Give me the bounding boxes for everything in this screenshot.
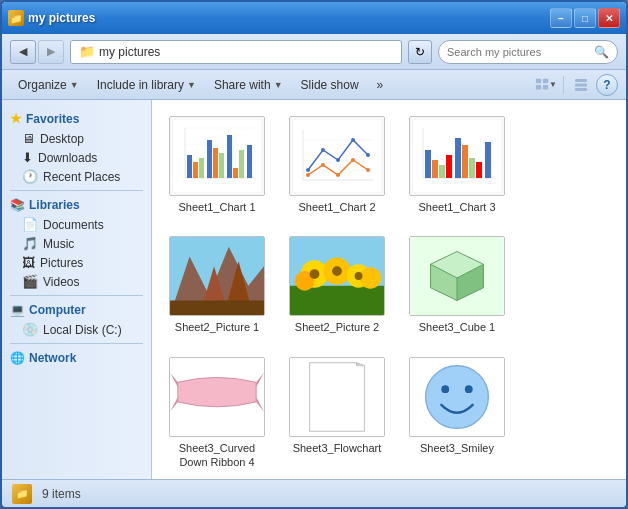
chart-bar-svg — [173, 120, 261, 192]
slideshow-button[interactable]: Slide show — [293, 74, 367, 96]
close-button[interactable]: ✕ — [598, 8, 620, 28]
share-chevron: ▼ — [274, 80, 283, 90]
more-button[interactable]: » — [369, 74, 392, 96]
include-button[interactable]: Include in library ▼ — [89, 74, 204, 96]
sidebar-item-documents[interactable]: 📄 Documents — [2, 215, 151, 234]
music-icon: 🎵 — [22, 236, 38, 251]
status-folder-icon: 📁 — [12, 484, 32, 504]
svg-rect-50 — [485, 142, 491, 178]
file-item-smiley[interactable]: Sheet3_Smiley — [402, 351, 512, 476]
svg-rect-2 — [536, 85, 541, 89]
network-header[interactable]: 🌐 Network — [2, 348, 151, 368]
svg-rect-16 — [207, 140, 212, 178]
file-item-chart2[interactable]: Sheet1_Chart 2 — [282, 110, 392, 220]
file-item-ribbon[interactable]: Sheet3_Curved Down Ribbon 4 — [162, 351, 272, 476]
svg-point-81 — [441, 385, 449, 393]
file-label-chart2: Sheet1_Chart 2 — [298, 200, 375, 214]
path-text: my pictures — [99, 45, 160, 59]
videos-icon: 🎬 — [22, 274, 38, 289]
svg-rect-4 — [575, 79, 587, 82]
minimize-button[interactable]: − — [550, 8, 572, 28]
svg-rect-22 — [247, 145, 252, 178]
file-label-chart1: Sheet1_Chart 1 — [178, 200, 255, 214]
svg-rect-15 — [199, 158, 204, 178]
libraries-header[interactable]: 📚 Libraries — [2, 195, 151, 215]
computer-section: 💻 Computer 💿 Local Disk (C:) — [2, 300, 151, 339]
path-bar[interactable]: 📁 my pictures — [70, 40, 402, 64]
svg-rect-49 — [476, 162, 482, 178]
sidebar-item-localdisk[interactable]: 💿 Local Disk (C:) — [2, 320, 151, 339]
sidebar-divider-3 — [10, 343, 143, 344]
svg-rect-47 — [462, 145, 468, 178]
svg-rect-45 — [446, 155, 452, 178]
share-button[interactable]: Share with ▼ — [206, 74, 291, 96]
svg-point-63 — [310, 269, 320, 279]
file-label-cube: Sheet3_Cube 1 — [419, 320, 495, 334]
include-chevron: ▼ — [187, 80, 196, 90]
chart-line-svg — [293, 120, 381, 192]
file-area[interactable]: Sheet1_Chart 1 — [152, 100, 626, 479]
refresh-button[interactable]: ↻ — [408, 40, 432, 64]
svg-rect-19 — [227, 135, 232, 178]
file-label-flowchart: Sheet3_Flowchart — [293, 441, 382, 455]
svg-rect-6 — [575, 88, 587, 91]
svg-point-62 — [360, 267, 382, 289]
view-dropdown-button[interactable]: ▼ — [534, 74, 558, 96]
organize-chevron: ▼ — [70, 80, 79, 90]
svg-rect-20 — [233, 168, 238, 178]
back-button[interactable]: ◀ — [10, 40, 36, 64]
file-label-pic2: Sheet2_Picture 2 — [295, 320, 379, 334]
sidebar-item-desktop[interactable]: 🖥 Desktop — [2, 129, 151, 148]
documents-icon: 📄 — [22, 217, 38, 232]
forward-button[interactable]: ▶ — [38, 40, 64, 64]
statusbar: 📁 9 items — [2, 479, 626, 507]
sidebar-item-pictures[interactable]: 🖼 Pictures — [2, 253, 151, 272]
svg-point-30 — [321, 148, 325, 152]
window-title: my pictures — [28, 11, 95, 25]
chart-col-svg — [413, 120, 501, 192]
search-bar[interactable]: 🔍 — [438, 40, 618, 64]
flowchart-svg — [290, 357, 384, 437]
file-item-chart3[interactable]: Sheet1_Chart 3 — [402, 110, 512, 220]
help-button[interactable]: ? — [596, 74, 618, 96]
sidebar-item-videos[interactable]: 🎬 Videos — [2, 272, 151, 291]
network-icon: 🌐 — [10, 351, 25, 365]
file-item-chart1[interactable]: Sheet1_Chart 1 — [162, 110, 272, 220]
svg-point-35 — [321, 163, 325, 167]
favorites-header[interactable]: ★ Favorites — [2, 108, 151, 129]
file-item-cube[interactable]: Sheet3_Cube 1 — [402, 230, 512, 340]
maximize-button[interactable]: □ — [574, 8, 596, 28]
sidebar-item-recent[interactable]: 🕐 Recent Places — [2, 167, 151, 186]
sidebar-item-music[interactable]: 🎵 Music — [2, 234, 151, 253]
file-item-pic2[interactable]: Sheet2_Picture 2 — [282, 230, 392, 340]
sidebar-divider-2 — [10, 295, 143, 296]
file-item-flowchart[interactable]: Sheet3_Flowchart — [282, 351, 392, 476]
path-folder-icon: 📁 — [79, 44, 95, 59]
svg-rect-21 — [239, 150, 244, 178]
svg-rect-42 — [425, 150, 431, 178]
file-item-pic1[interactable]: Sheet2_Picture 1 — [162, 230, 272, 340]
nav-buttons: ◀ ▶ — [10, 40, 64, 64]
sidebar-item-downloads[interactable]: ⬇ Downloads — [2, 148, 151, 167]
photo-mountain-svg — [170, 236, 264, 316]
search-input[interactable] — [447, 46, 590, 58]
file-thumbnail-chart1 — [169, 116, 265, 196]
computer-header[interactable]: 💻 Computer — [2, 300, 151, 320]
svg-rect-13 — [187, 155, 192, 178]
svg-rect-3 — [543, 85, 548, 89]
details-view-button[interactable] — [569, 74, 593, 96]
recent-icon: 🕐 — [22, 169, 38, 184]
cube-svg — [410, 236, 504, 316]
file-thumbnail-pic2 — [289, 236, 385, 316]
search-icon: 🔍 — [594, 45, 609, 59]
file-grid: Sheet1_Chart 1 — [162, 110, 616, 475]
file-label-pic1: Sheet2_Picture 1 — [175, 320, 259, 334]
organize-button[interactable]: Organize ▼ — [10, 74, 87, 96]
svg-point-34 — [306, 173, 310, 177]
smiley-svg — [410, 357, 504, 437]
window: 📁 my pictures − □ ✕ ◀ ▶ 📁 my pictures ↻ … — [0, 0, 628, 509]
photo-flowers-svg — [290, 236, 384, 316]
file-thumbnail-ribbon — [169, 357, 265, 437]
svg-rect-14 — [193, 162, 198, 178]
desktop-icon: 🖥 — [22, 131, 35, 146]
